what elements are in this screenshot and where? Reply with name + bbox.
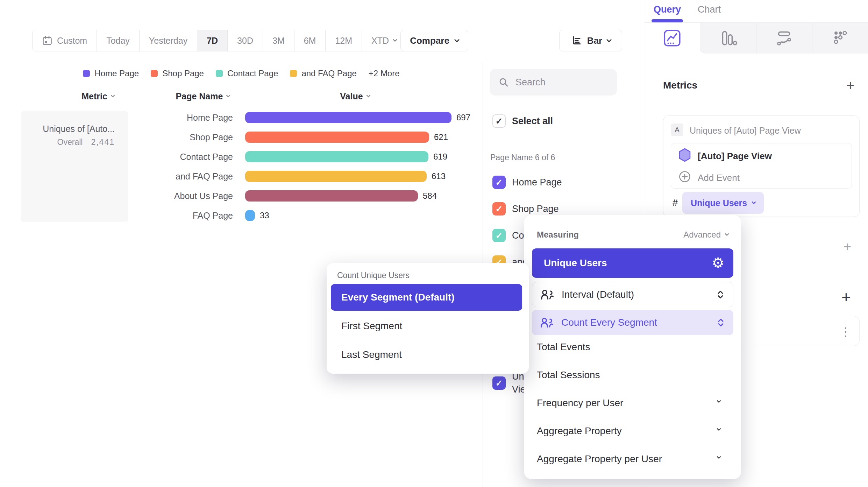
measure-dropdown[interactable]: Unique Users	[682, 192, 764, 214]
segment-count-popup: Count Unique Users Every Segment (Defaul…	[327, 263, 529, 374]
chevron-down-icon	[752, 200, 756, 204]
bar-row: Home Page 697	[0, 112, 483, 123]
retention-dots-icon	[830, 28, 850, 48]
series-label[interactable]: Home Page	[512, 176, 562, 189]
measuring-header: Measuring Advanced	[537, 230, 728, 240]
stepper-icon	[717, 318, 724, 327]
report-tab-funnels[interactable]	[700, 23, 756, 54]
bar-shop-page[interactable]	[245, 132, 429, 143]
funnel-bars-icon	[718, 28, 738, 48]
bar-faq-page[interactable]	[245, 210, 255, 221]
chevron-down-icon	[226, 93, 231, 98]
legend-item[interactable]: Contact Page	[216, 69, 278, 78]
series-label[interactable]: Shop Page	[512, 202, 559, 216]
chevron-down-icon	[111, 93, 115, 98]
legend-item[interactable]: Shop Page	[151, 69, 204, 78]
chart-type-dropdown[interactable]: Bar	[559, 30, 622, 51]
metric-cell[interactable]: Uniques of [Auto... Overall2,441	[21, 111, 128, 222]
report-tab-insights[interactable]	[644, 23, 700, 54]
bar-row: About Us Page 584	[0, 190, 483, 202]
segment-option-first-segment[interactable]: First Segment	[341, 320, 402, 332]
series-checkbox-home-page[interactable]: ✓	[492, 176, 506, 189]
bar-and-faq-page[interactable]	[245, 171, 427, 182]
date-range-label: Custom	[57, 36, 87, 46]
bar-value: 697	[456, 112, 470, 123]
event-name[interactable]: [Auto] Page View	[698, 151, 772, 162]
add-event-icon	[678, 170, 691, 183]
chart-legend: Home Page Shop Page Contact Page and FAQ…	[0, 69, 483, 78]
bar-value: 621	[434, 132, 448, 143]
report-tab-flows[interactable]	[756, 23, 812, 54]
metric-card: A Uniques of [Auto] Page View [Auto] Pag…	[663, 115, 860, 217]
analytics-app: Custom Today Yesterday 7D 30D 3M 6M 12M …	[0, 0, 868, 487]
bar-contact-page[interactable]	[245, 151, 428, 162]
add-metric-button[interactable]: +	[846, 78, 854, 92]
chevron-down-icon	[454, 37, 460, 42]
bar-value: 613	[432, 171, 446, 182]
add-event-button[interactable]: Add Event	[698, 172, 740, 183]
report-tab-retention[interactable]	[812, 23, 868, 54]
measuring-option-frequency-per-user[interactable]: Frequency per User	[537, 396, 733, 410]
date-range-today[interactable]: Today	[97, 30, 139, 51]
segment-option-last-segment[interactable]: Last Segment	[341, 348, 402, 361]
tab-chart[interactable]: Chart	[698, 4, 721, 15]
metric-card-title: Uniques of [Auto] Page View	[690, 126, 801, 136]
measure-hash: #	[673, 198, 678, 209]
date-range-30d[interactable]: 30D	[227, 30, 263, 51]
bar-home-page[interactable]	[245, 112, 451, 123]
bar-row-label: and FAQ Page	[0, 171, 233, 182]
date-range-yesterday[interactable]: Yesterday	[139, 30, 197, 51]
bar-row-label: Contact Page	[0, 151, 233, 162]
series-checkbox-shop-page[interactable]: ✓	[492, 202, 506, 216]
bar-about-us-page[interactable]	[245, 190, 418, 202]
chevron-down-icon	[393, 37, 397, 42]
bar-row: and FAQ Page 613	[0, 171, 483, 182]
legend-swatch	[83, 70, 90, 77]
column-header-value[interactable]: Value	[315, 90, 395, 102]
legend-swatch	[290, 70, 297, 77]
chevron-down-icon	[717, 454, 721, 459]
date-range-7d[interactable]: 7D	[197, 30, 227, 51]
date-range-custom[interactable]: Custom	[33, 30, 97, 51]
check-icon: ✓	[496, 204, 503, 214]
bar-value: 619	[433, 151, 447, 162]
measuring-option-aggregate-property[interactable]: Aggregate Property	[537, 424, 733, 438]
chevron-down-icon	[717, 398, 721, 403]
tab-query[interactable]: Query	[654, 4, 681, 15]
measuring-title: Measuring	[537, 230, 579, 240]
legend-item[interactable]: Home Page	[83, 69, 139, 78]
search-input[interactable]	[515, 69, 610, 96]
measuring-option-total-events[interactable]: Total Events	[537, 340, 590, 354]
date-range-12m[interactable]: 12M	[325, 30, 362, 51]
date-range-6m[interactable]: 6M	[294, 30, 326, 51]
column-header-page-name[interactable]: Page Name	[164, 90, 241, 102]
interval-selector[interactable]: Interval (Default)	[532, 282, 733, 307]
legend-item[interactable]: and FAQ Page	[290, 69, 356, 78]
check-icon: ✓	[496, 177, 503, 188]
measuring-option-unique-users[interactable]: Unique Users ⚙	[532, 248, 733, 278]
gear-icon[interactable]: ⚙	[712, 255, 724, 271]
advanced-dropdown[interactable]: Advanced	[683, 230, 728, 240]
compare-button[interactable]: Compare	[400, 30, 468, 51]
stepper-icon	[717, 290, 724, 299]
select-all-label[interactable]: Select all	[512, 114, 553, 128]
check-icon: ✓	[496, 116, 503, 126]
series-checkbox-contact-page[interactable]: ✓	[492, 229, 506, 242]
legend-swatch	[216, 70, 223, 77]
measuring-option-aggregate-property-per-user[interactable]: Aggregate Property per User	[537, 452, 733, 466]
check-icon: ✓	[496, 231, 503, 241]
column-header-metric[interactable]: Metric	[66, 90, 129, 102]
add-breakdown-button[interactable]: +	[841, 289, 851, 305]
series-checkbox-metric[interactable]: ✓	[492, 376, 506, 390]
add-filter-button[interactable]: +	[844, 240, 851, 253]
select-all-checkbox[interactable]: ✓	[492, 114, 506, 128]
segment-option-every-segment[interactable]: Every Segment (Default)	[331, 284, 522, 311]
count-every-segment-selector[interactable]: Count Every Segment	[532, 310, 733, 335]
measuring-option-total-sessions[interactable]: Total Sessions	[537, 368, 600, 382]
chevron-down-icon	[717, 426, 721, 431]
legend-more[interactable]: +2 More	[369, 69, 400, 78]
more-options-icon[interactable]: ⋮	[840, 325, 852, 339]
date-range-xtd[interactable]: XTD	[362, 30, 406, 51]
chevron-down-icon	[725, 232, 729, 236]
date-range-3m[interactable]: 3M	[263, 30, 294, 51]
